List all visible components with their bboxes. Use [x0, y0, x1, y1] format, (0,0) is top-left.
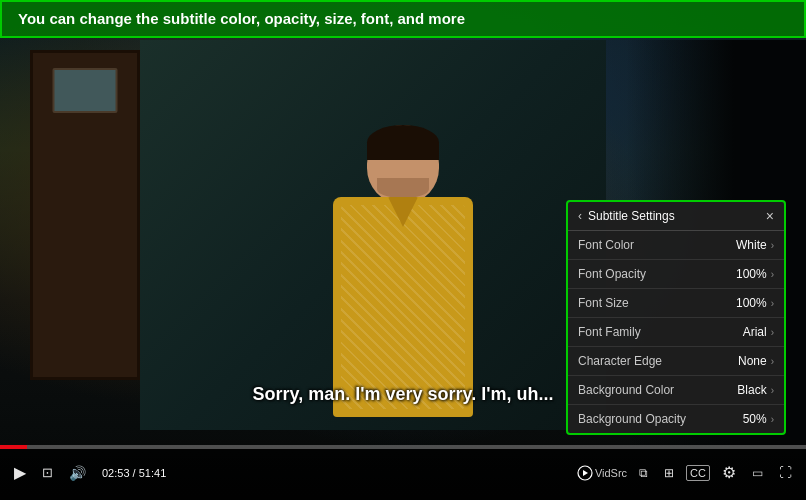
panel-close-button[interactable]: × [766, 209, 774, 223]
airplay-button[interactable]: ▭ [748, 462, 767, 484]
time-display: 02:53 / 51:41 [102, 467, 166, 479]
subtitle-text: Sorry, man. I'm very sorry. I'm, uh... [253, 384, 554, 405]
font-opacity-value: 100% › [736, 267, 774, 281]
font-color-value: White › [736, 238, 774, 252]
font-family-chevron: › [771, 327, 774, 338]
panel-row-char-edge[interactable]: Character Edge None › [568, 347, 784, 376]
panel-row-font-color[interactable]: Font Color White › [568, 231, 784, 260]
person-head [367, 125, 439, 203]
font-opacity-chevron: › [771, 269, 774, 280]
panel-row-font-size[interactable]: Font Size 100% › [568, 289, 784, 318]
char-edge-label: Character Edge [578, 354, 662, 368]
font-color-label: Font Color [578, 238, 634, 252]
controls-bar: ▶ ⊡ 🔊 02:53 / 51:41 VidSrc ⧉ ⊞ [0, 445, 806, 500]
panel-row-font-family[interactable]: Font Family Arial › [568, 318, 784, 347]
banner-text: You can change the subtitle color, opaci… [18, 10, 465, 27]
vidsrc-badge: VidSrc [577, 465, 627, 481]
char-edge-value: None › [738, 354, 774, 368]
panel-title: Subtitle Settings [588, 209, 760, 223]
bg-color-value: Black › [737, 383, 774, 397]
top-banner: You can change the subtitle color, opaci… [0, 0, 806, 38]
bg-opacity-label: Background Opacity [578, 412, 686, 426]
fullscreen-icon: ⛶ [779, 465, 792, 480]
door-window [53, 68, 118, 113]
progress-bar-container[interactable] [0, 445, 806, 449]
panel-row-bg-opacity[interactable]: Background Opacity 50% › [568, 405, 784, 433]
svg-marker-1 [583, 470, 588, 476]
episodes-button[interactable]: ⊞ [660, 462, 678, 484]
next-icon: ⊡ [42, 465, 53, 480]
settings-button[interactable]: ⚙ [718, 459, 740, 486]
person-hair [367, 125, 439, 160]
char-edge-chevron: › [771, 356, 774, 367]
panel-header: ‹ Subtitle Settings × [568, 202, 784, 231]
next-episode-button[interactable]: ⊡ [38, 461, 57, 484]
time-total: 51:41 [139, 467, 167, 479]
captions-button[interactable]: CC [686, 465, 710, 481]
robe-pattern [341, 205, 465, 409]
vidsrc-label: VidSrc [595, 467, 627, 479]
panel-row-bg-color[interactable]: Background Color Black › [568, 376, 784, 405]
settings-icon: ⚙ [722, 463, 736, 482]
volume-icon: 🔊 [69, 465, 86, 481]
subtitle-settings-panel: ‹ Subtitle Settings × Font Color White ›… [566, 200, 786, 435]
panel-row-font-opacity[interactable]: Font Opacity 100% › [568, 260, 784, 289]
captions-icon: CC [690, 467, 706, 479]
bg-opacity-value: 50% › [743, 412, 774, 426]
font-family-label: Font Family [578, 325, 641, 339]
person-face-detail [377, 178, 429, 198]
play-icon: ▶ [14, 463, 26, 482]
pip-button[interactable]: ⧉ [635, 462, 652, 484]
video-player: You can change the subtitle color, opaci… [0, 0, 806, 500]
pip-icon: ⧉ [639, 466, 648, 480]
font-family-value: Arial › [743, 325, 774, 339]
person-figure [303, 125, 503, 425]
door-element [30, 50, 140, 380]
episodes-icon: ⊞ [664, 466, 674, 480]
font-size-value: 100% › [736, 296, 774, 310]
bg-opacity-chevron: › [771, 414, 774, 425]
panel-back-button[interactable]: ‹ [578, 209, 582, 223]
play-button[interactable]: ▶ [10, 459, 30, 486]
font-size-chevron: › [771, 298, 774, 309]
time-current: 02:53 [102, 467, 130, 479]
font-opacity-label: Font Opacity [578, 267, 646, 281]
font-color-chevron: › [771, 240, 774, 251]
fullscreen-button[interactable]: ⛶ [775, 461, 796, 484]
vidsrc-logo-icon [577, 465, 593, 481]
bg-color-chevron: › [771, 385, 774, 396]
font-size-label: Font Size [578, 296, 629, 310]
progress-bar-fill [0, 445, 27, 449]
volume-button[interactable]: 🔊 [65, 461, 90, 485]
bg-color-label: Background Color [578, 383, 674, 397]
airplay-icon: ▭ [752, 466, 763, 480]
